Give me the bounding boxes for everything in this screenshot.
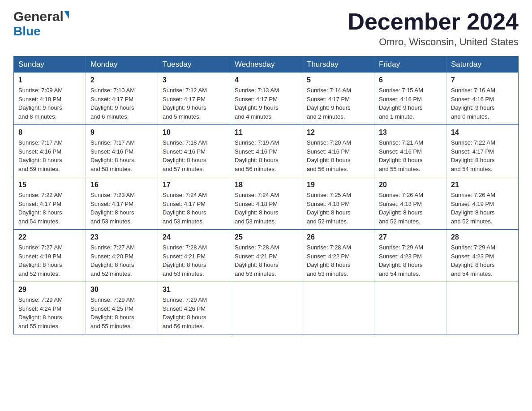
logo-general-text: General	[13, 9, 64, 24]
day-number: 13	[379, 128, 442, 137]
calendar-cell	[446, 282, 519, 334]
day-info: Sunrise: 7:27 AMSunset: 4:19 PMDaylight:…	[18, 244, 63, 277]
day-number: 20	[379, 181, 442, 189]
day-number: 4	[235, 76, 297, 84]
day-number: 12	[307, 128, 369, 137]
day-info: Sunrise: 7:23 AMSunset: 4:17 PMDaylight:…	[90, 192, 135, 225]
calendar-table: SundayMondayTuesdayWednesdayThursdayFrid…	[13, 56, 519, 334]
calendar-cell: 21 Sunrise: 7:26 AMSunset: 4:19 PMDaylig…	[446, 177, 519, 230]
day-info: Sunrise: 7:17 AMSunset: 4:16 PMDaylight:…	[90, 139, 135, 172]
day-number: 22	[18, 233, 81, 241]
calendar-cell: 12 Sunrise: 7:20 AMSunset: 4:16 PMDaylig…	[302, 125, 374, 177]
day-info: Sunrise: 7:09 AMSunset: 4:18 PMDaylight:…	[18, 87, 63, 120]
day-info: Sunrise: 7:29 AMSunset: 4:23 PMDaylight:…	[451, 244, 495, 277]
day-number: 5	[307, 76, 369, 84]
day-info: Sunrise: 7:27 AMSunset: 4:20 PMDaylight:…	[90, 244, 135, 277]
calendar-cell: 8 Sunrise: 7:17 AMSunset: 4:16 PMDayligh…	[14, 125, 86, 177]
calendar-header-thursday: Thursday	[302, 56, 374, 73]
day-info: Sunrise: 7:28 AMSunset: 4:21 PMDaylight:…	[163, 244, 207, 277]
month-title: December 2024	[348, 9, 519, 34]
day-number: 24	[163, 233, 225, 241]
calendar-cell: 26 Sunrise: 7:28 AMSunset: 4:22 PMDaylig…	[302, 230, 374, 282]
day-info: Sunrise: 7:22 AMSunset: 4:17 PMDaylight:…	[451, 139, 495, 172]
calendar-cell: 15 Sunrise: 7:22 AMSunset: 4:17 PMDaylig…	[14, 177, 86, 230]
calendar-cell: 3 Sunrise: 7:12 AMSunset: 4:17 PMDayligh…	[158, 73, 230, 125]
page-header: General Blue December 2024 Omro, Wiscons…	[13, 9, 519, 48]
calendar-cell: 6 Sunrise: 7:15 AMSunset: 4:16 PMDayligh…	[374, 73, 446, 125]
day-number: 28	[451, 233, 514, 241]
calendar-header-monday: Monday	[86, 56, 158, 73]
day-number: 7	[451, 76, 514, 84]
calendar-cell: 25 Sunrise: 7:28 AMSunset: 4:21 PMDaylig…	[230, 230, 302, 282]
day-info: Sunrise: 7:12 AMSunset: 4:17 PMDaylight:…	[163, 87, 207, 120]
day-info: Sunrise: 7:18 AMSunset: 4:16 PMDaylight:…	[163, 139, 207, 172]
calendar-cell: 17 Sunrise: 7:24 AMSunset: 4:17 PMDaylig…	[158, 177, 230, 230]
calendar-cell: 7 Sunrise: 7:16 AMSunset: 4:16 PMDayligh…	[446, 73, 519, 125]
day-number: 25	[235, 233, 297, 241]
day-info: Sunrise: 7:21 AMSunset: 4:16 PMDaylight:…	[379, 139, 423, 172]
location-text: Omro, Wisconsin, United States	[348, 36, 519, 48]
day-number: 6	[379, 76, 442, 84]
day-info: Sunrise: 7:25 AMSunset: 4:18 PMDaylight:…	[307, 192, 351, 225]
day-info: Sunrise: 7:28 AMSunset: 4:21 PMDaylight:…	[235, 244, 279, 277]
day-number: 26	[307, 233, 369, 241]
day-info: Sunrise: 7:15 AMSunset: 4:16 PMDaylight:…	[379, 87, 423, 120]
day-info: Sunrise: 7:26 AMSunset: 4:18 PMDaylight:…	[379, 192, 423, 225]
day-number: 15	[18, 181, 81, 189]
calendar-header-sunday: Sunday	[14, 56, 86, 73]
calendar-cell: 16 Sunrise: 7:23 AMSunset: 4:17 PMDaylig…	[86, 177, 158, 230]
day-number: 8	[18, 128, 81, 137]
day-number: 30	[90, 286, 153, 294]
calendar-cell	[374, 282, 446, 334]
day-info: Sunrise: 7:24 AMSunset: 4:18 PMDaylight:…	[235, 192, 279, 225]
day-number: 17	[163, 181, 225, 189]
day-info: Sunrise: 7:17 AMSunset: 4:16 PMDaylight:…	[18, 139, 63, 172]
day-number: 21	[451, 181, 514, 189]
calendar-cell: 2 Sunrise: 7:10 AMSunset: 4:17 PMDayligh…	[86, 73, 158, 125]
day-info: Sunrise: 7:20 AMSunset: 4:16 PMDaylight:…	[307, 139, 351, 172]
calendar-header-saturday: Saturday	[446, 56, 519, 73]
logo-triangle-icon	[64, 11, 69, 19]
day-info: Sunrise: 7:29 AMSunset: 4:24 PMDaylight:…	[18, 296, 63, 330]
calendar-cell: 27 Sunrise: 7:29 AMSunset: 4:23 PMDaylig…	[374, 230, 446, 282]
calendar-cell: 10 Sunrise: 7:18 AMSunset: 4:16 PMDaylig…	[158, 125, 230, 177]
calendar-cell: 11 Sunrise: 7:19 AMSunset: 4:16 PMDaylig…	[230, 125, 302, 177]
day-info: Sunrise: 7:29 AMSunset: 4:26 PMDaylight:…	[163, 296, 207, 330]
day-info: Sunrise: 7:26 AMSunset: 4:19 PMDaylight:…	[451, 192, 495, 225]
day-number: 3	[163, 76, 225, 84]
calendar-cell: 24 Sunrise: 7:28 AMSunset: 4:21 PMDaylig…	[158, 230, 230, 282]
calendar-week-row: 8 Sunrise: 7:17 AMSunset: 4:16 PMDayligh…	[14, 125, 519, 177]
calendar-week-row: 15 Sunrise: 7:22 AMSunset: 4:17 PMDaylig…	[14, 177, 519, 230]
title-section: December 2024 Omro, Wisconsin, United St…	[348, 9, 519, 48]
day-number: 18	[235, 181, 297, 189]
calendar-header-friday: Friday	[374, 56, 446, 73]
day-info: Sunrise: 7:29 AMSunset: 4:23 PMDaylight:…	[379, 244, 423, 277]
calendar-week-row: 22 Sunrise: 7:27 AMSunset: 4:19 PMDaylig…	[14, 230, 519, 282]
day-number: 2	[90, 76, 153, 84]
calendar-cell: 28 Sunrise: 7:29 AMSunset: 4:23 PMDaylig…	[446, 230, 519, 282]
calendar-week-row: 29 Sunrise: 7:29 AMSunset: 4:24 PMDaylig…	[14, 282, 519, 334]
day-number: 31	[163, 286, 225, 294]
calendar-cell: 4 Sunrise: 7:13 AMSunset: 4:17 PMDayligh…	[230, 73, 302, 125]
calendar-cell: 22 Sunrise: 7:27 AMSunset: 4:19 PMDaylig…	[14, 230, 86, 282]
day-number: 9	[90, 128, 153, 137]
calendar-cell: 1 Sunrise: 7:09 AMSunset: 4:18 PMDayligh…	[14, 73, 86, 125]
logo-blue-text: Blue	[13, 25, 41, 38]
day-number: 11	[235, 128, 297, 137]
calendar-cell: 30 Sunrise: 7:29 AMSunset: 4:25 PMDaylig…	[86, 282, 158, 334]
calendar-cell: 18 Sunrise: 7:24 AMSunset: 4:18 PMDaylig…	[230, 177, 302, 230]
calendar-header-wednesday: Wednesday	[230, 56, 302, 73]
day-number: 19	[307, 181, 369, 189]
day-number: 1	[18, 76, 81, 84]
calendar-cell: 20 Sunrise: 7:26 AMSunset: 4:18 PMDaylig…	[374, 177, 446, 230]
day-info: Sunrise: 7:14 AMSunset: 4:17 PMDaylight:…	[307, 87, 351, 120]
calendar-cell: 14 Sunrise: 7:22 AMSunset: 4:17 PMDaylig…	[446, 125, 519, 177]
day-number: 14	[451, 128, 514, 137]
calendar-week-row: 1 Sunrise: 7:09 AMSunset: 4:18 PMDayligh…	[14, 73, 519, 125]
calendar-cell: 31 Sunrise: 7:29 AMSunset: 4:26 PMDaylig…	[158, 282, 230, 334]
day-info: Sunrise: 7:28 AMSunset: 4:22 PMDaylight:…	[307, 244, 351, 277]
day-number: 23	[90, 233, 153, 241]
day-info: Sunrise: 7:19 AMSunset: 4:16 PMDaylight:…	[235, 139, 279, 172]
calendar-cell: 23 Sunrise: 7:27 AMSunset: 4:20 PMDaylig…	[86, 230, 158, 282]
calendar-cell: 5 Sunrise: 7:14 AMSunset: 4:17 PMDayligh…	[302, 73, 374, 125]
